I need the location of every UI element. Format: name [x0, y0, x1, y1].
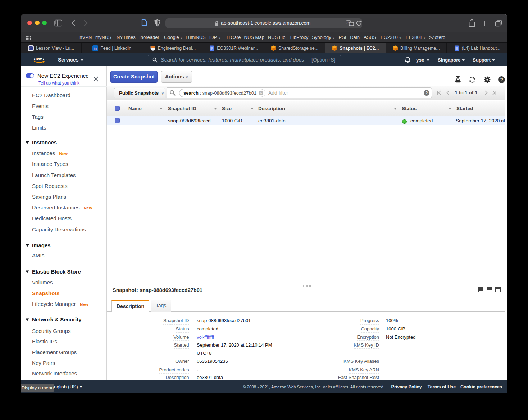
svg-text:in: in — [94, 46, 97, 50]
svg-text:x: x — [350, 23, 352, 26]
svg-text:aws: aws — [34, 55, 44, 62]
